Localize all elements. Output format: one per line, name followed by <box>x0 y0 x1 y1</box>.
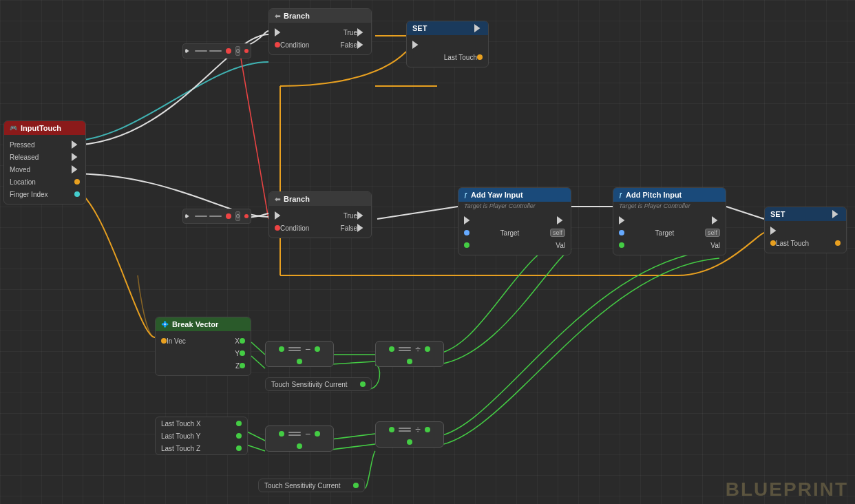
set-top-header: SET <box>407 21 488 35</box>
input-touch-title: InputTouch <box>21 124 61 132</box>
node-touch-sensitivity-bottom: Touch Sensitivity Current <box>258 479 365 492</box>
node-add-pitch: ƒ Add Pitch Input Target is Player Contr… <box>613 187 726 255</box>
node-set-top: SET Last Touch <box>406 21 489 67</box>
add-yaw-subtitle: Target is Player Controller <box>458 202 571 211</box>
break-vector-header: 💠 Break Vector <box>156 317 251 331</box>
node-input-touch: 🎮 InputTouch Pressed Released Moved Loca… <box>3 120 86 204</box>
set-right-header: SET <box>765 207 846 221</box>
set-top-title: SET <box>412 24 427 32</box>
input-touch-header: 🎮 InputTouch <box>4 121 85 135</box>
break-vector-title: Break Vector <box>172 320 218 328</box>
add-pitch-title: Add Pitch Input <box>626 191 682 199</box>
node-branch-top: ⬅ Branch True Condition False <box>268 8 372 55</box>
pin-pressed: Pressed <box>4 138 85 151</box>
node-touch-sensitivity-top: Touch Sensitivity Current <box>265 377 372 391</box>
input-touch-body: Pressed Released Moved Location Finger I… <box>4 135 85 204</box>
node-math-2b: ÷ <box>375 421 444 448</box>
branch-top-header: ⬅ Branch <box>269 9 371 23</box>
add-pitch-subtitle: Target is Player Controller <box>613 202 726 211</box>
pin-finger-index: Finger Index <box>4 188 85 200</box>
watermark: BLUEPRINT <box>726 479 848 501</box>
branch-mid-body: True Condition False <box>269 206 371 238</box>
node-add-yaw: ƒ Add Yaw Input Target is Player Control… <box>458 187 571 255</box>
node-break-vector: 💠 Break Vector In Vec X Y Z <box>155 317 251 376</box>
branch-mid-header: ⬅ Branch <box>269 192 371 206</box>
node-compact-1: 0 <box>182 43 251 59</box>
pin-released: Released <box>4 151 85 163</box>
node-set-right: SET Last Touch <box>764 207 847 253</box>
add-pitch-header: ƒ Add Pitch Input <box>613 188 726 202</box>
branch-top-body: True Condition False <box>269 23 371 54</box>
pin-moved: Moved <box>4 163 85 176</box>
node-math-1b: ÷ <box>375 341 444 367</box>
node-branch-mid: ⬅ Branch True Condition False <box>268 191 372 238</box>
add-yaw-title: Add Yaw Input <box>471 191 523 199</box>
add-yaw-header: ƒ Add Yaw Input <box>458 188 571 202</box>
branch-mid-title: Branch <box>284 195 310 203</box>
node-last-touch-xyz: Last Touch X Last Touch Y Last Touch Z <box>155 417 248 455</box>
node-compact-2: 0 <box>182 209 251 224</box>
pin-location: Location <box>4 176 85 188</box>
branch-top-title: Branch <box>284 12 310 20</box>
node-math-1a: − <box>265 341 334 367</box>
node-math-2a: − <box>265 426 334 452</box>
